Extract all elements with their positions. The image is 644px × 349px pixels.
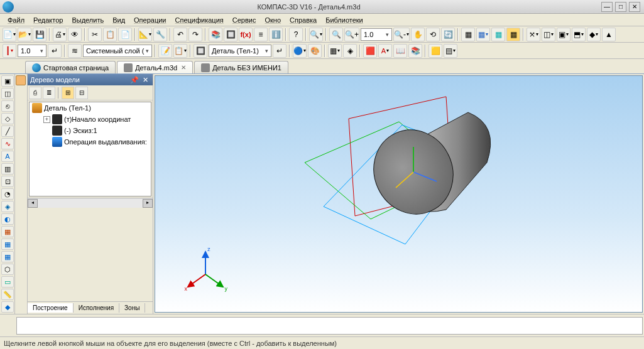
orange-tool-icon[interactable] [16,75,26,85]
tree-sketch-node[interactable]: (-) Эскиз:1 [30,125,151,136]
treetab-build[interactable]: Построение [28,303,74,313]
close-button[interactable]: ✕ [629,2,640,12]
tool-pattern-icon[interactable]: ◈ [1,201,14,212]
tool6-button[interactable]: ▲ [602,28,616,41]
misc2-button[interactable]: ◈ [343,44,357,58]
menu-file[interactable]: Файл [4,15,28,25]
palette-button[interactable]: 🎨 [308,44,322,58]
color-button[interactable]: 🔵 [293,44,307,58]
tool-extrude-icon[interactable]: ▣ [1,75,14,87]
scroll-left-icon[interactable]: ◂ [28,199,38,208]
undo-button[interactable]: ↶ [173,28,187,41]
linetype-button[interactable]: ┃ [3,44,16,58]
box-cyan-icon[interactable]: ▦ [491,28,505,41]
cut-button[interactable]: ✂ [88,28,102,41]
zoom-window-button[interactable]: 🔍 [329,28,343,41]
box-gray-icon[interactable]: ▦ [461,28,475,41]
menu-help[interactable]: Справка [286,15,320,25]
menu-view[interactable]: Вид [109,15,129,25]
tool-last-icon[interactable]: ◆ [1,301,14,313]
copy-button[interactable]: 📋 [103,28,117,41]
info-button[interactable]: ℹ️ [269,28,283,41]
scroll-track[interactable] [38,199,143,208]
tool-cube2-icon[interactable]: ▦ [1,239,14,250]
tool-dim-icon[interactable]: ▥ [1,163,14,174]
tree-scrollbar[interactable]: ◂ ▸ [28,198,153,208]
library-button[interactable]: 📚 [209,28,222,41]
tool-meas-icon[interactable]: 📏 [1,289,14,300]
tree-mode1-icon[interactable]: ⎙ [29,87,41,99]
tree-origin-node[interactable]: + (т)Начало координат [30,114,151,125]
properties-button[interactable]: 🔧 [153,28,167,41]
3d-viewport[interactable]: z x y [155,75,643,313]
print-button[interactable]: 🖨 [53,28,67,41]
model-tree[interactable]: Деталь (Тел-1) + (т)Начало координат (-)… [29,102,151,196]
refresh-button[interactable]: 🔄 [441,28,455,41]
treetab-exec[interactable]: Исполнения [74,303,119,313]
zoom-in-button[interactable]: 🔍+ [344,28,359,41]
tool-plane-icon[interactable]: ◇ [1,113,14,124]
tool-hole-icon[interactable]: ⊡ [1,176,14,187]
tab-detail4[interactable]: Деталь4.m3d ✕ [117,61,193,73]
tool-assoc-icon[interactable]: ⬡ [1,264,14,275]
new-button[interactable]: 📄 [3,28,16,41]
treetab-zones[interactable]: Зоны [119,303,145,313]
minimize-button[interactable]: — [601,2,613,12]
tab-close-icon[interactable]: ✕ [181,64,186,71]
tool-mirror-icon[interactable]: ◐ [1,213,14,225]
pattern-button[interactable]: ▤ [444,44,457,58]
tool-sheet-icon[interactable]: ▭ [1,276,14,287]
tree-extrude-node[interactable]: Операция выдавливания: [30,136,151,148]
filter-button[interactable]: 📖 [393,44,407,58]
manager-button[interactable]: 🔲 [224,28,237,41]
rotate-button[interactable]: ⟲ [426,28,440,41]
layers-icon[interactable]: ≋ [68,44,82,58]
layer-combo[interactable]: Системный слой ( [83,45,152,57]
open-button[interactable]: 📂 [18,28,31,41]
zoom-fit-button[interactable]: 🔍 [309,28,323,41]
tool-spline-icon[interactable]: ∿ [1,138,14,149]
style-button[interactable]: 📐 [138,28,152,41]
property-bar-content[interactable] [16,317,643,335]
tree-pin-icon[interactable]: 📌 [128,76,141,84]
tool-axis-icon[interactable]: ⎋ [1,100,14,112]
help-pointer-button[interactable]: ? [289,28,303,41]
fx-button[interactable]: f(x) [239,28,253,41]
box-blue-icon[interactable]: ▦ [476,28,490,41]
tab-start-page[interactable]: Стартовая страница [25,61,116,73]
tree-expand-icon[interactable]: ⊞ [62,87,74,99]
menu-specification[interactable]: Спецификация [172,15,227,25]
axis-button[interactable]: ⤧ [527,28,540,41]
color-yellow-icon[interactable]: 🟨 [428,44,442,58]
tree-close-icon[interactable]: ✕ [141,76,150,84]
pan-button[interactable]: ✋ [411,28,425,41]
preview-button[interactable]: 👁 [68,28,82,41]
tool-cube1-icon[interactable]: ▦ [1,226,14,237]
orientation-gizmo[interactable]: z x y [180,244,231,294]
tool-cut-icon[interactable]: ◫ [1,88,14,99]
zoom-combo[interactable]: 1.0 [361,28,392,41]
tool-fillet-icon[interactable]: ◔ [1,188,14,200]
expand-icon[interactable]: + [43,116,50,123]
part-icon[interactable]: 🔲 [194,44,207,58]
scroll-right-icon[interactable]: ▸ [143,199,153,208]
part-combo[interactable]: Деталь (Тел-1) [209,45,271,57]
tool-line-icon[interactable]: ╱ [1,126,14,137]
tool-cube3-icon[interactable]: ▦ [1,251,14,262]
scale-apply-button[interactable]: ↵ [48,44,62,58]
misc1-button[interactable]: ▦ [328,44,342,58]
tree-root-node[interactable]: Деталь (Тел-1) [30,102,151,114]
zoom-out-button[interactable]: 🔍- [393,28,410,41]
sketch2-button[interactable]: 📋 [173,44,187,58]
stack-button[interactable]: 📚 [408,44,422,58]
color-red-icon[interactable]: 🟥 [363,44,377,58]
maximize-button[interactable]: □ [615,2,626,12]
save-button[interactable]: 💾 [33,28,46,41]
menu-edit[interactable]: Редактор [30,15,67,25]
tree-mode2-icon[interactable]: ≣ [43,87,55,99]
redo-button[interactable]: ↷ [188,28,202,41]
part-apply-icon[interactable]: ↵ [273,44,287,58]
tool-text-icon[interactable]: A [1,151,14,162]
menu-window[interactable]: Окно [261,15,285,25]
menu-select[interactable]: Выделить [68,15,107,25]
